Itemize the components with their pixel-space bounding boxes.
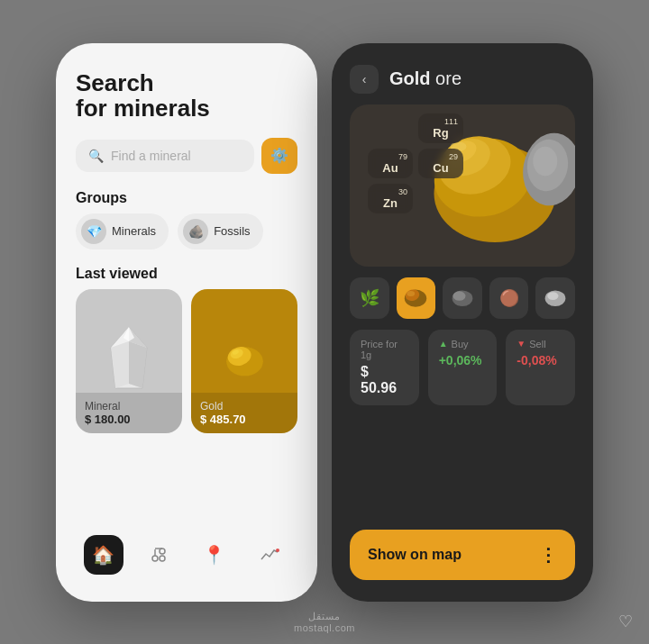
gold-card-info: Gold $ 485.70 xyxy=(191,393,297,433)
search-title: Search for minerals xyxy=(76,70,297,122)
element-cu: 29Cu xyxy=(418,149,463,178)
fossils-label: Fossils xyxy=(214,224,250,238)
rock-image-area: 111Rg 79Au 29Cu 30Zn xyxy=(350,104,575,267)
favorite-icon[interactable]: ♡ xyxy=(618,612,633,631)
mineral-card-crystal[interactable]: Mineral $ 180.00 xyxy=(76,289,182,433)
mineral-name: Mineral xyxy=(85,400,173,413)
title-line1: Search xyxy=(76,69,154,96)
svg-point-12 xyxy=(160,556,165,561)
watermark-domain: mostaql.com xyxy=(294,622,355,633)
mineral-card-gold[interactable]: Gold $ 485.70 xyxy=(191,289,297,433)
thumb-5[interactable] xyxy=(535,277,575,319)
mineral-price: $ 180.00 xyxy=(85,413,173,426)
sell-box: ▼ Sell -0,08% xyxy=(506,330,575,405)
element-zn: 30Zn xyxy=(368,184,413,213)
price-box: Price for 1g $ 50.96 xyxy=(350,330,419,405)
element-au: 79Au xyxy=(368,149,413,178)
filter-button[interactable]: ⚙️ xyxy=(261,138,297,174)
svg-marker-4 xyxy=(111,341,129,388)
svg-point-27 xyxy=(407,290,416,295)
search-icon: 🔍 xyxy=(88,149,104,163)
svg-point-29 xyxy=(453,291,466,300)
search-bar: 🔍 Find a mineral ⚙️ xyxy=(76,138,297,174)
filter-icon: ⚙️ xyxy=(270,147,288,164)
back-icon: ‹ xyxy=(362,72,367,86)
search-placeholder: Find a mineral xyxy=(111,149,191,163)
detail-header: ‹ Gold ore xyxy=(350,65,575,94)
groups-section: Groups 💎 Minerals 🪨 Fossils xyxy=(76,190,297,249)
svg-point-31 xyxy=(547,292,558,300)
price-value: $ 50.96 xyxy=(361,364,408,396)
right-phone: ‹ Gold ore xyxy=(332,43,593,602)
svg-marker-3 xyxy=(129,341,147,388)
buy-box: ▲ Buy +0,06% xyxy=(428,330,498,405)
more-options-icon: ⋮ xyxy=(539,544,557,566)
gold-name: Gold xyxy=(200,400,288,413)
groups-label: Groups xyxy=(76,190,297,206)
thumb-2-active[interactable] xyxy=(397,277,436,319)
buy-arrow-icon: ▲ xyxy=(439,339,448,349)
buy-change: +0,06% xyxy=(439,353,487,367)
fossils-icon: 🪨 xyxy=(183,219,208,244)
last-viewed-section: Last viewed xyxy=(76,266,297,433)
sell-arrow-icon: ▼ xyxy=(516,339,526,349)
search-input-wrap[interactable]: 🔍 Find a mineral xyxy=(76,140,254,172)
sell-change: -0,08% xyxy=(516,353,564,367)
group-chip-fossils[interactable]: 🪨 Fossils xyxy=(178,213,262,249)
nav-compare[interactable] xyxy=(139,535,178,575)
detail-title: Gold ore xyxy=(389,68,462,89)
show-on-map-button[interactable]: Show on map ⋮ xyxy=(350,530,575,580)
sell-label: ▼ Sell xyxy=(516,339,564,349)
thumbnail-row: 🌿 🟤 xyxy=(350,277,575,319)
thumb-4[interactable]: 🟤 xyxy=(489,277,529,319)
nav-chart[interactable] xyxy=(250,535,289,575)
last-viewed-row: Mineral $ 180.00 xyxy=(76,289,297,433)
left-phone: Search for minerals 🔍 Find a mineral ⚙️ … xyxy=(56,43,317,602)
title-rest: ore xyxy=(431,68,462,88)
svg-point-11 xyxy=(160,549,165,554)
price-row: Price for 1g $ 50.96 ▲ Buy +0,06% ▼ Sell… xyxy=(350,330,575,405)
nav-location[interactable]: 📍 xyxy=(195,535,234,575)
svg-point-10 xyxy=(152,556,158,561)
title-bold: Gold xyxy=(389,68,431,88)
back-button[interactable]: ‹ xyxy=(350,65,379,94)
svg-point-15 xyxy=(276,549,279,552)
price-label: Price for 1g xyxy=(361,339,408,360)
thumb-1[interactable]: 🌿 xyxy=(350,277,389,319)
bottom-nav: 🏠 📍 xyxy=(76,526,297,575)
mineral-card-info: Mineral $ 180.00 xyxy=(76,393,182,433)
minerals-icon: 💎 xyxy=(81,219,106,244)
element-rg: 111Rg xyxy=(418,113,463,143)
show-map-label: Show on map xyxy=(368,547,462,563)
buy-label: ▲ Buy xyxy=(439,339,487,349)
nav-home[interactable]: 🏠 xyxy=(84,535,123,575)
gold-price: $ 485.70 xyxy=(200,413,288,426)
watermark-arabic: مستقل xyxy=(294,611,355,622)
watermark: مستقل mostaql.com xyxy=(294,611,355,633)
thumb-3[interactable] xyxy=(443,277,482,319)
svg-point-24 xyxy=(533,146,557,175)
groups-row: 💎 Minerals 🪨 Fossils xyxy=(76,213,297,249)
minerals-label: Minerals xyxy=(112,224,156,238)
element-badges: 111Rg 79Au 29Cu 30Zn xyxy=(368,113,463,213)
last-viewed-label: Last viewed xyxy=(76,266,297,282)
group-chip-minerals[interactable]: 💎 Minerals xyxy=(76,213,169,249)
title-line2: for minerals xyxy=(76,95,210,122)
